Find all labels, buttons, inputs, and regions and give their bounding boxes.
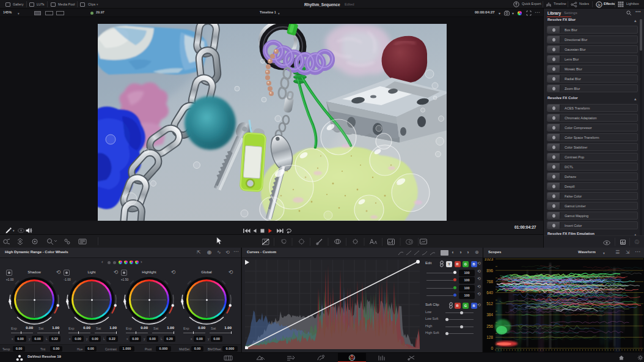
svg-text:1023: 1023 [485,258,494,261]
svg-text:128: 128 [486,335,493,339]
svg-text:768: 768 [486,279,493,284]
svg-text:256: 256 [486,324,493,328]
svg-text:640: 640 [486,290,493,295]
svg-text:512: 512 [486,301,493,306]
svg-text:896: 896 [486,268,493,273]
svg-text:0: 0 [491,346,493,350]
svg-text:fx: fx [598,3,601,7]
svg-text:384: 384 [486,312,493,317]
